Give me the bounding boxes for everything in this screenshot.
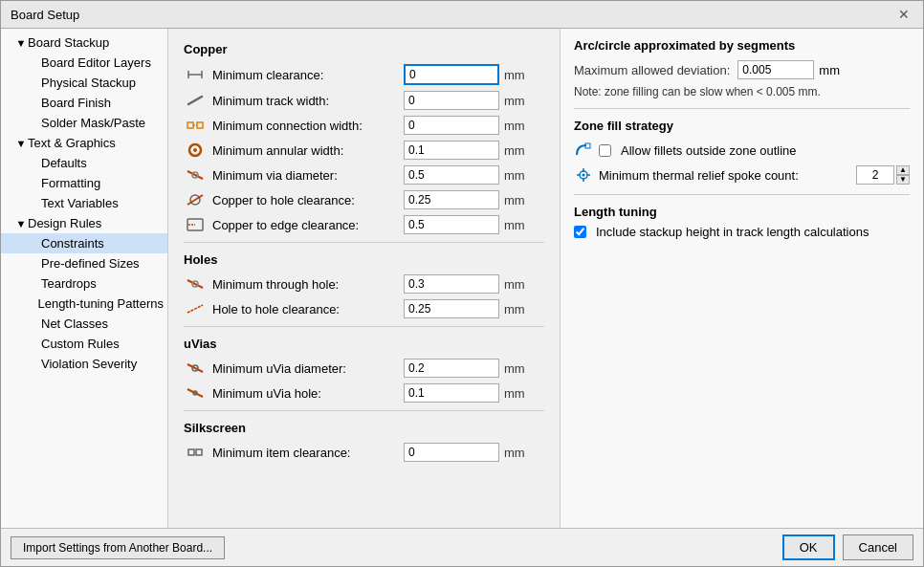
sidebar-item-label: Pre-defined Sizes (41, 256, 140, 271)
svg-point-25 (583, 174, 585, 177)
sidebar-item-board-stackup[interactable]: ▼ Board Stackup (1, 33, 167, 53)
dialog-title: Board Setup (11, 8, 79, 22)
min-item-clearance-row: Minimum item clearance: mm (184, 443, 544, 462)
min-track-width-label: Minimum track width: (212, 94, 404, 108)
copper-hole-clearance-icon (184, 190, 207, 209)
copper-edge-clearance-row: Copper to edge clearance: mm (184, 215, 544, 234)
sidebar-item-text-graphics[interactable]: ▼ Text & Graphics (1, 133, 167, 153)
include-stackup-checkbox[interactable] (574, 226, 586, 238)
sidebar-item-net-classes[interactable]: Net Classes (1, 314, 167, 334)
sidebar-item-physical-stackup[interactable]: Physical Stackup (1, 73, 167, 93)
min-item-clearance-icon (184, 443, 207, 462)
min-clearance-unit: mm (504, 68, 525, 82)
copper-hole-clearance-label: Copper to hole clearance: (212, 193, 404, 207)
min-uvia-hole-icon (184, 383, 207, 403)
min-through-hole-row: Minimum through hole: mm (184, 274, 544, 294)
copper-hole-clearance-input[interactable] (404, 190, 499, 209)
min-via-diameter-input[interactable] (404, 165, 499, 185)
ok-button[interactable]: OK (782, 534, 835, 560)
sidebar-item-design-rules[interactable]: ▼ Design Rules (1, 213, 167, 233)
max-deviation-row: Maximum allowed deviation: mm (574, 60, 910, 79)
min-clearance-input[interactable] (404, 64, 499, 85)
min-clearance-icon (184, 65, 207, 84)
svg-line-19 (187, 389, 203, 397)
min-annular-width-row: Minimum annular width: mm (184, 141, 544, 160)
sidebar-item-custom-rules[interactable]: Custom Rules (1, 334, 167, 354)
hole-hole-clearance-label: Hole to hole clearance: (212, 302, 404, 316)
min-via-diameter-unit: mm (504, 168, 525, 183)
min-track-width-icon (184, 91, 207, 110)
min-item-clearance-unit: mm (504, 446, 525, 460)
min-connection-width-label: Minimum connection width: (212, 119, 404, 133)
min-connection-width-input[interactable] (404, 116, 499, 135)
uvias-section-title: uVias (184, 337, 544, 351)
min-uvia-diameter-unit: mm (504, 361, 525, 376)
sidebar-item-length-tuning[interactable]: Length-tuning Patterns (1, 294, 167, 314)
svg-rect-21 (188, 449, 194, 455)
copper-section-title: Copper (184, 42, 544, 56)
min-via-diameter-row: Minimum via diameter: mm (184, 165, 544, 185)
hole-hole-clearance-input[interactable] (404, 299, 499, 318)
holes-uvias-divider (184, 326, 544, 327)
sidebar-item-text-variables[interactable]: Text Variables (1, 193, 167, 213)
sidebar-item-pre-defined-sizes[interactable]: Pre-defined Sizes (1, 253, 167, 273)
sidebar-item-constraints[interactable]: Constraints (1, 233, 167, 253)
min-through-hole-label: Minimum through hole: (212, 277, 404, 292)
sidebar-item-board-finish[interactable]: Board Finish (1, 93, 167, 113)
min-uvia-diameter-row: Minimum uVia diameter: mm (184, 359, 544, 378)
sidebar-item-solder-mask-paste[interactable]: Solder Mask/Paste (1, 113, 167, 133)
min-track-width-input[interactable] (404, 91, 499, 110)
min-uvia-hole-unit: mm (504, 386, 525, 401)
silkscreen-section-title: Silkscreen (184, 421, 544, 435)
min-through-hole-input[interactable] (404, 274, 499, 294)
sidebar-item-formatting[interactable]: Formatting (1, 173, 167, 193)
hole-hole-clearance-row: Hole to hole clearance: mm (184, 299, 544, 318)
max-deviation-input[interactable] (737, 60, 814, 79)
hole-hole-clearance-unit: mm (504, 302, 525, 316)
arc-note: Note: zone filling can be slow when < 0.… (574, 85, 910, 98)
copper-edge-clearance-unit: mm (504, 218, 525, 232)
footer-right: OK Cancel (782, 534, 913, 560)
holes-section-title: Holes (184, 252, 544, 267)
allow-fillets-row: Allow fillets outside zone outline (574, 141, 910, 160)
min-via-diameter-label: Minimum via diameter: (212, 168, 404, 183)
svg-point-7 (193, 148, 197, 152)
close-button[interactable]: ✕ (894, 7, 913, 22)
sidebar-item-label: Custom Rules (41, 337, 120, 351)
allow-fillets-checkbox[interactable] (599, 144, 611, 157)
sidebar-item-label: Board Stackup (28, 35, 109, 50)
import-settings-button[interactable]: Import Settings from Another Board... (11, 536, 225, 559)
sidebar-item-label: Defaults (41, 156, 87, 170)
sidebar-item-defaults[interactable]: Defaults (1, 153, 167, 173)
spoke-count-spinner[interactable]: ▲ ▼ (896, 165, 910, 185)
title-bar: Board Setup ✕ (1, 1, 923, 29)
sidebar-item-teardrops[interactable]: Teardrops (1, 273, 167, 294)
min-track-width-row: Minimum track width: mm (184, 91, 544, 110)
sidebar-item-violation-severity[interactable]: Violation Severity (1, 354, 167, 374)
dialog-footer: Import Settings from Another Board... OK… (1, 528, 923, 566)
sidebar-item-label: Teardrops (41, 276, 97, 291)
svg-rect-3 (187, 122, 193, 128)
cancel-button[interactable]: Cancel (843, 534, 913, 560)
min-uvia-diameter-input[interactable] (404, 359, 499, 378)
board-setup-dialog: Board Setup ✕ ▼ Board Stackup Board Edit… (0, 0, 924, 567)
min-through-hole-icon (184, 274, 207, 294)
svg-rect-4 (197, 122, 203, 128)
min-uvia-hole-input[interactable] (404, 383, 499, 403)
copper-edge-clearance-input[interactable] (404, 215, 499, 234)
sidebar-item-board-editor-layers[interactable]: Board Editor Layers (1, 53, 167, 73)
min-item-clearance-input[interactable] (404, 443, 499, 462)
min-connection-width-unit: mm (504, 119, 525, 133)
sidebar-item-label: Solder Mask/Paste (41, 116, 145, 130)
min-annular-width-input[interactable] (404, 141, 499, 160)
copper-hole-clearance-row: Copper to hole clearance: mm (184, 190, 544, 209)
spoke-count-input[interactable] (856, 165, 894, 185)
sidebar-item-label: Physical Stackup (41, 76, 136, 90)
spoke-count-up[interactable]: ▲ (896, 165, 910, 175)
min-track-width-unit: mm (504, 94, 525, 108)
sidebar-item-label: Text & Graphics (28, 136, 116, 150)
allow-fillets-label: Allow fillets outside zone outline (621, 143, 797, 158)
sidebar-item-label: Board Finish (41, 96, 111, 110)
spoke-count-down[interactable]: ▼ (896, 175, 910, 185)
right-panel: Arc/circle approximated by segments Maxi… (560, 29, 923, 528)
